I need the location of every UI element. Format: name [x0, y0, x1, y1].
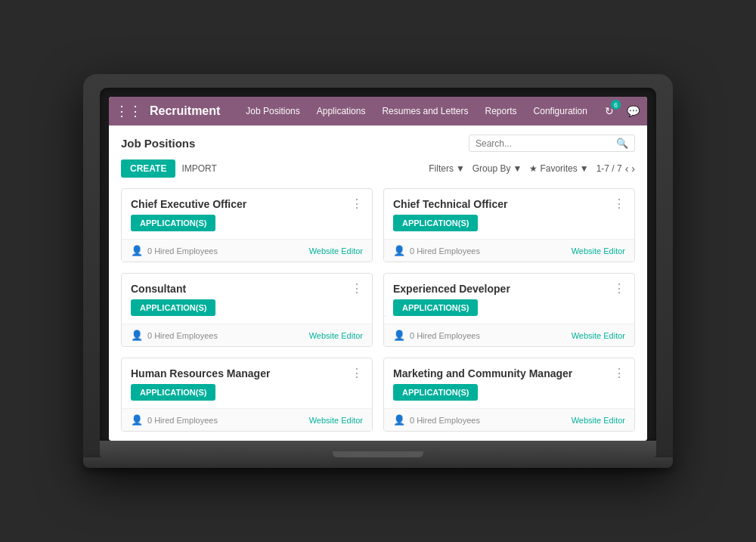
job-card-2: Consultant ⋮ APPLICATION(S) 👤 0 Hired Em…: [121, 273, 373, 347]
pagination: 1-7 / 7 ‹ ›: [596, 163, 635, 175]
footer-left-1: 👤 0 Hired Employees: [393, 245, 480, 256]
job-card-menu-2[interactable]: ⋮: [351, 283, 363, 295]
footer-left-4: 👤 0 Hired Employees: [131, 414, 218, 426]
topbar-actions: ↻ 6 💬 × 👤 ▼: [600, 101, 647, 121]
job-card-3: Experienced Developer ⋮ APPLICATION(S) 👤…: [383, 273, 635, 347]
job-card-body-1: APPLICATION(S): [384, 215, 634, 239]
grid-icon[interactable]: ⋮⋮: [115, 103, 142, 119]
toolbar-right: Filters ▼ Group By ▼ ★ Favorites ▼: [429, 163, 635, 175]
person-icon-4: 👤: [131, 414, 143, 426]
job-card-1: Chief Technical Officer ⋮ APPLICATION(S)…: [383, 188, 635, 262]
job-card-title-5: Marketing and Community Manager: [393, 367, 572, 379]
footer-left-3: 👤 0 Hired Employees: [393, 330, 480, 341]
pagination-text: 1-7 / 7: [596, 163, 622, 174]
footer-left-0: 👤 0 Hired Employees: [131, 245, 218, 256]
import-button[interactable]: IMPORT: [181, 163, 216, 174]
applications-btn-3[interactable]: APPLICATION(S): [393, 299, 478, 316]
favorites-label: Favorites: [540, 163, 577, 174]
job-card-menu-1[interactable]: ⋮: [613, 198, 625, 210]
job-card-header-5: Marketing and Community Manager ⋮: [384, 358, 634, 384]
job-card-menu-0[interactable]: ⋮: [351, 198, 363, 210]
job-card-footer-2: 👤 0 Hired Employees Website Editor: [122, 324, 372, 346]
job-card-menu-5[interactable]: ⋮: [613, 367, 625, 379]
person-icon-2: 👤: [131, 330, 143, 341]
job-card-title-3: Experienced Developer: [393, 283, 510, 295]
hired-count-4: 0 Hired Employees: [147, 416, 218, 425]
pagination-prev[interactable]: ‹: [625, 163, 629, 175]
job-card-menu-3[interactable]: ⋮: [613, 283, 625, 295]
job-card-footer-1: 👤 0 Hired Employees Website Editor: [384, 239, 634, 262]
search-bar: 🔍: [469, 135, 635, 152]
website-editor-link-0[interactable]: Website Editor: [309, 246, 363, 256]
search-input[interactable]: [476, 138, 616, 149]
search-icon: 🔍: [616, 138, 628, 149]
person-icon-3: 👤: [393, 330, 405, 341]
filters-button[interactable]: Filters ▼: [429, 163, 465, 174]
chat-icon: 💬: [627, 105, 640, 117]
nav-configuration[interactable]: Configuration: [526, 97, 595, 125]
group-by-button[interactable]: Group By ▼: [472, 163, 522, 174]
job-card-title-2: Consultant: [131, 283, 186, 295]
filters-label: Filters: [429, 163, 454, 174]
hired-count-3: 0 Hired Employees: [410, 331, 480, 340]
job-card-0: Chief Executive Officer ⋮ APPLICATION(S)…: [121, 188, 373, 262]
nav-applications[interactable]: Applications: [309, 97, 373, 125]
job-card-footer-0: 👤 0 Hired Employees Website Editor: [122, 239, 372, 262]
website-editor-link-1[interactable]: Website Editor: [572, 246, 625, 256]
job-card-body-5: APPLICATION(S): [384, 384, 634, 408]
job-card-body-0: APPLICATION(S): [122, 215, 372, 239]
group-by-label: Group By: [472, 163, 511, 174]
chat-button[interactable]: 💬: [624, 101, 643, 121]
group-by-arrow-icon: ▼: [513, 163, 522, 174]
create-button[interactable]: CREATE: [121, 160, 175, 178]
job-card-menu-4[interactable]: ⋮: [351, 367, 363, 379]
job-card-body-4: APPLICATION(S): [122, 384, 372, 408]
person-icon-1: 👤: [393, 245, 405, 256]
pagination-next[interactable]: ›: [631, 163, 635, 175]
website-editor-link-4[interactable]: Website Editor: [309, 416, 363, 425]
refresh-badge: 6: [611, 100, 621, 110]
applications-btn-5[interactable]: APPLICATION(S): [393, 384, 478, 401]
website-editor-link-2[interactable]: Website Editor: [309, 331, 363, 340]
applications-btn-0[interactable]: APPLICATION(S): [131, 215, 215, 231]
hired-count-1: 0 Hired Employees: [410, 246, 480, 256]
main-content: Job Positions 🔍 CREATE IMPORT Filters: [109, 125, 647, 441]
refresh-button[interactable]: ↻ 6: [600, 101, 619, 121]
filters-arrow-icon: ▼: [456, 163, 465, 174]
job-card-header-1: Chief Technical Officer ⋮: [384, 189, 634, 215]
nav-resumes[interactable]: Resumes and Letters: [374, 97, 476, 125]
person-icon-5: 👤: [393, 414, 405, 426]
job-card-4: Human Resources Manager ⋮ APPLICATION(S)…: [121, 358, 373, 432]
jobs-grid: Chief Executive Officer ⋮ APPLICATION(S)…: [121, 188, 635, 432]
favorites-button[interactable]: ★ Favorites ▼: [529, 163, 588, 174]
topbar: ⋮⋮ Recruitment Job Positions Application…: [109, 97, 647, 125]
job-card-footer-3: 👤 0 Hired Employees Website Editor: [384, 324, 634, 346]
footer-left-5: 👤 0 Hired Employees: [393, 414, 480, 426]
applications-btn-2[interactable]: APPLICATION(S): [131, 299, 215, 316]
hired-count-2: 0 Hired Employees: [147, 331, 218, 340]
job-card-5: Marketing and Community Manager ⋮ APPLIC…: [383, 358, 635, 432]
job-card-footer-4: 👤 0 Hired Employees Website Editor: [122, 408, 372, 431]
toolbar-left: CREATE IMPORT: [121, 160, 217, 178]
applications-btn-1[interactable]: APPLICATION(S): [393, 215, 478, 231]
nav-job-positions[interactable]: Job Positions: [238, 97, 307, 125]
job-card-header-0: Chief Executive Officer ⋮: [122, 189, 372, 215]
job-card-title-4: Human Resources Manager: [131, 367, 270, 379]
hired-count-5: 0 Hired Employees: [410, 416, 480, 425]
job-card-title-0: Chief Executive Officer: [131, 198, 246, 210]
page-title: Job Positions: [121, 137, 195, 150]
hired-count-0: 0 Hired Employees: [147, 246, 218, 256]
job-card-body-2: APPLICATION(S): [122, 299, 372, 324]
footer-left-2: 👤 0 Hired Employees: [131, 330, 218, 341]
job-card-header-3: Experienced Developer ⋮: [384, 274, 634, 299]
job-card-header-4: Human Resources Manager ⋮: [122, 358, 372, 384]
app-brand: Recruitment: [150, 104, 220, 118]
website-editor-link-5[interactable]: Website Editor: [572, 416, 625, 425]
job-card-header-2: Consultant ⋮: [122, 274, 372, 299]
applications-btn-4[interactable]: APPLICATION(S): [131, 384, 215, 401]
favorites-arrow-icon: ▼: [580, 163, 589, 174]
favorites-star-icon: ★: [529, 163, 538, 174]
website-editor-link-3[interactable]: Website Editor: [572, 331, 625, 340]
top-navigation: Job Positions Applications Resumes and L…: [238, 97, 595, 125]
nav-reports[interactable]: Reports: [478, 97, 525, 125]
